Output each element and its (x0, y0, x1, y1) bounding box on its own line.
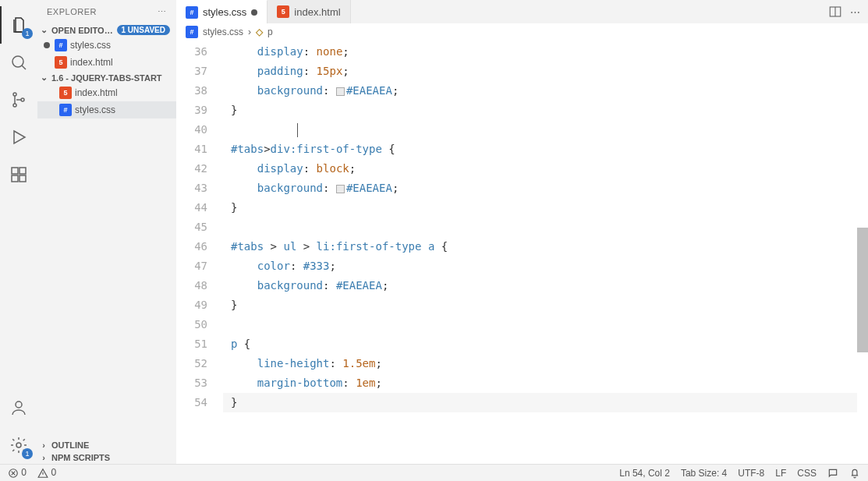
code-line[interactable]: background: #EAEAEA; (223, 179, 868, 198)
svg-point-3 (21, 98, 24, 101)
activity-bar: 1 1 (0, 0, 37, 464)
code-line[interactable]: display: none; (223, 42, 868, 62)
status-tab-size[interactable]: Tab Size: 4 (681, 468, 727, 479)
open-editors-label: OPEN EDITO… (51, 26, 113, 35)
breadcrumb-separator: › (248, 27, 251, 37)
outline-section[interactable]: › OUTLINE (37, 439, 176, 451)
code-line[interactable]: } (223, 198, 868, 218)
html-file-icon: 5 (55, 56, 67, 69)
breadcrumb-symbol[interactable]: p (267, 27, 273, 37)
unsaved-badge: 1 (22, 28, 33, 39)
open-editor-item[interactable]: #styles.css (37, 37, 176, 54)
settings-badge: 1 (22, 448, 33, 459)
project-file-item[interactable]: #styles.css (37, 101, 176, 118)
search-activity-icon[interactable] (0, 44, 37, 81)
file-label: styles.css (75, 104, 115, 115)
npm-label: NPM SCRIPTS (51, 453, 110, 462)
sidebar-header: EXPLORER ⋯ (37, 0, 176, 23)
editor-tab[interactable]: #styles.css (176, 0, 267, 23)
svg-rect-5 (19, 168, 26, 174)
chevron-down-icon[interactable]: ⌄ (37, 25, 50, 35)
status-eol[interactable]: LF (775, 468, 786, 479)
file-label: styles.css (70, 40, 111, 51)
html-file-icon: 5 (59, 87, 72, 99)
tab-label: styles.css (203, 6, 246, 18)
code-line[interactable]: p { (223, 334, 868, 354)
code-line[interactable] (223, 218, 868, 237)
settings-activity-icon[interactable]: 1 (0, 426, 37, 464)
modified-dot-icon (251, 9, 257, 16)
file-label: index.html (75, 87, 118, 98)
status-bar: 0 0 Ln 54, Col 2 Tab Size: 4 UTF-8 LF CS… (0, 464, 868, 481)
svg-rect-4 (12, 168, 18, 174)
split-editor-icon[interactable] (828, 5, 842, 19)
breadcrumb[interactable]: # styles.css › ◇ p (176, 23, 868, 41)
accounts-activity-icon[interactable] (0, 389, 37, 426)
chevron-right-icon[interactable]: › (37, 440, 50, 450)
tab-actions: ⋯ (820, 0, 868, 23)
svg-point-1 (13, 93, 16, 96)
tab-bar: #styles.css5index.html ⋯ (176, 0, 868, 23)
explorer-activity-icon[interactable]: 1 (0, 6, 37, 44)
vertical-scrollbar[interactable] (857, 41, 868, 447)
editor-more-icon[interactable]: ⋯ (850, 6, 860, 18)
status-errors[interactable]: 0 (8, 467, 27, 479)
code-line[interactable]: } (223, 101, 868, 120)
line-gutter: 36373839404142434445464748495051525354 (176, 41, 223, 464)
sidebar-more-icon[interactable]: ⋯ (158, 7, 167, 17)
code-line[interactable]: background: #EAEAEA; (223, 276, 868, 295)
code-line[interactable]: } (223, 295, 868, 315)
breadcrumb-symbol-icon: ◇ (256, 27, 263, 37)
status-bell-icon[interactable] (849, 468, 860, 479)
code-line[interactable]: } (223, 393, 868, 412)
chevron-right-icon[interactable]: › (37, 453, 50, 462)
sidebar-title: EXPLORER (47, 7, 97, 16)
html-file-icon: 5 (277, 5, 289, 18)
main-area: 1 1 EXPLORER ⋯ ⌄ OPEN EDITO… (0, 0, 868, 464)
modified-dot-icon (44, 42, 50, 48)
code-editor[interactable]: 36373839404142434445464748495051525354 d… (176, 41, 868, 464)
code-line[interactable]: padding: 15px; (223, 62, 868, 81)
code-line[interactable]: #tabs > ul > li:first-of-type a { (223, 237, 868, 256)
sidebar: EXPLORER ⋯ ⌄ OPEN EDITO… 1 UNSAVED #styl… (37, 0, 176, 464)
svg-point-8 (16, 401, 22, 408)
status-feedback-icon[interactable] (827, 468, 838, 479)
code-line[interactable]: #tabs>div:first-of-type { (223, 140, 868, 159)
code-line[interactable]: color: #333; (223, 256, 868, 276)
file-label: index.html (70, 57, 113, 68)
source-control-activity-icon[interactable] (0, 81, 37, 118)
svg-point-0 (12, 56, 23, 67)
open-editors-section[interactable]: ⌄ OPEN EDITO… 1 UNSAVED (37, 23, 176, 37)
outline-label: OUTLINE (51, 440, 89, 450)
status-encoding[interactable]: UTF-8 (738, 468, 764, 479)
code-line[interactable] (223, 315, 868, 334)
code-line[interactable]: margin-bottom: 1em; (223, 373, 868, 393)
svg-rect-6 (12, 175, 18, 182)
code-line[interactable] (223, 120, 868, 140)
code-line[interactable]: display: block; (223, 159, 868, 179)
project-label: 1.6 - JQUERY-TABS-START (51, 73, 162, 83)
project-file-item[interactable]: 5index.html (37, 84, 176, 101)
svg-rect-7 (19, 175, 26, 182)
status-ln-col[interactable]: Ln 54, Col 2 (619, 468, 670, 479)
status-warnings[interactable]: 0 (37, 467, 56, 479)
project-section[interactable]: ⌄ 1.6 - JQUERY-TABS-START (37, 71, 176, 84)
run-debug-activity-icon[interactable] (0, 118, 37, 156)
chevron-down-icon[interactable]: ⌄ (37, 73, 50, 83)
scrollbar-thumb[interactable] (857, 228, 868, 352)
extensions-activity-icon[interactable] (0, 156, 37, 193)
svg-point-2 (13, 104, 16, 107)
css-file-icon: # (186, 6, 198, 19)
tab-label: index.html (294, 6, 340, 18)
code-line[interactable]: background: #EAEAEA; (223, 81, 868, 101)
editor-tab[interactable]: 5index.html (267, 0, 350, 23)
editor-area: #styles.css5index.html ⋯ # styles.css › … (176, 0, 868, 464)
status-language[interactable]: CSS (797, 468, 817, 479)
npm-scripts-section[interactable]: › NPM SCRIPTS (37, 451, 176, 464)
code-content[interactable]: display: none; padding: 15px; background… (223, 41, 868, 464)
code-line[interactable]: line-height: 1.5em; (223, 354, 868, 373)
unsaved-pill: 1 UNSAVED (117, 25, 171, 35)
open-editor-item[interactable]: 5index.html (37, 54, 176, 71)
svg-point-9 (16, 443, 21, 447)
breadcrumb-file[interactable]: styles.css (203, 27, 243, 37)
